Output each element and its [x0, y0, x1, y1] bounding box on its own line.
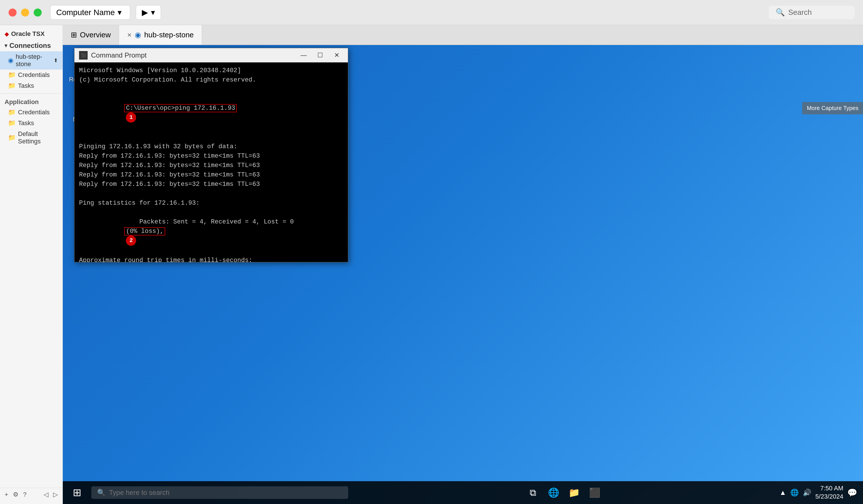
file-explorer-icon: 📁 — [568, 487, 580, 498]
content-area: ⊞ Overview ✕ ◉ hub-step-stone 🗑️ Recycle… — [63, 25, 863, 504]
taskbar-icon-edge[interactable]: 🌐 — [546, 484, 562, 501]
taskbar-date: 5/23/2024 — [815, 493, 843, 501]
ping1-reply2: Reply from 172.16.1.93: bytes=32 time<1m… — [79, 161, 343, 170]
badge-1: 1 — [126, 112, 136, 122]
main-area: ◆ Oracle TSX ▾ Connections ◉ hub-step-st… — [0, 25, 863, 504]
cmd-content[interactable]: Microsoft Windows [Version 10.0.20348.24… — [75, 62, 348, 262]
sidebar-connections-header[interactable]: ▾ Connections — [0, 40, 62, 51]
ping1-reply1: Reply from 172.16.1.93: bytes=32 time<1m… — [79, 151, 343, 161]
sidebar-divider — [0, 93, 62, 94]
more-capture-types-button[interactable]: More Capture Types — [802, 102, 863, 114]
taskbar-search-icon: 🔍 — [97, 489, 105, 496]
windows-taskbar: ⊞ 🔍 ⧉ 🌐 📁 ⬛ — [63, 481, 863, 504]
cmd-taskbar-icon: ⬛ — [589, 487, 600, 498]
tab-hub-step-stone[interactable]: ✕ ◉ hub-step-stone — [119, 25, 202, 45]
cmd-titlebar-title: Command Prompt — [91, 51, 294, 59]
close-button[interactable] — [9, 9, 16, 16]
ping1-reply4: Reply from 172.16.1.93: bytes=32 time<1m… — [79, 180, 343, 189]
hub-tab-icon: ◉ — [135, 30, 141, 39]
oracle-icon: ◆ — [4, 30, 9, 37]
application-section-label: Application — [0, 96, 62, 107]
play-button[interactable]: ▶ ▾ — [136, 5, 161, 20]
taskbar-icon-explorer[interactable]: 📁 — [566, 484, 582, 501]
grid-icon: ⊞ — [71, 30, 77, 39]
minimize-button[interactable] — [21, 9, 29, 16]
computer-name-dropdown[interactable]: Computer Name ▾ — [50, 5, 130, 20]
maximize-button[interactable] — [34, 9, 42, 16]
tasks-folder-icon: 📁 — [8, 82, 16, 90]
mac-title-bar: Computer Name ▾ ▶ ▾ 🔍 Search — [0, 0, 863, 25]
connections-label: Connections — [10, 42, 51, 50]
sidebar-item-app-credentials[interactable]: 📁 Credentials — [0, 107, 62, 118]
windows-logo-icon: ⊞ — [73, 487, 82, 499]
taskbar-tray: ▲ 🌐 🔊 7:50 AM 5/23/2024 💬 — [779, 484, 857, 501]
cmd-copyright-line: (c) Microsoft Corporation. All rights re… — [79, 75, 343, 85]
oracle-header: ◆ Oracle TSX — [0, 28, 62, 40]
cmd-highlight-1: C:\Users\opc>ping 172.16.1.93 — [124, 104, 237, 112]
default-settings-folder-icon: 📁 — [8, 134, 16, 141]
taskbar-search[interactable]: 🔍 — [91, 486, 348, 499]
taskbar-icon-cmd[interactable]: ⬛ — [587, 484, 603, 501]
sidebar-item-tasks[interactable]: 📁 Tasks — [0, 80, 62, 91]
help-icon[interactable]: ? — [23, 491, 27, 498]
tab-overview[interactable]: ⊞ Overview — [63, 25, 119, 45]
oracle-label: Oracle TSX — [11, 30, 45, 38]
play-icon: ▶ — [142, 8, 148, 17]
cmd-window: ⬛ Command Prompt — ☐ ✕ Microsoft Windows… — [74, 48, 348, 262]
settings-icon[interactable]: ⚙ — [13, 491, 18, 498]
cmd-minimize-button[interactable]: — — [297, 50, 310, 61]
windows-desktop: 🗑️ Recycle Bin 🌐 Microsoft Edge ⬛ Comman… — [63, 45, 863, 504]
search-icon: 🔍 — [776, 8, 785, 17]
tab-close-icon[interactable]: ✕ — [127, 31, 132, 38]
taskbar-icon-task-view[interactable]: ⧉ — [525, 484, 541, 501]
ping1-packets: Packets: Sent = 4, Received = 4, Lost = … — [79, 208, 343, 256]
taskbar-clock[interactable]: 7:50 AM 5/23/2024 — [815, 484, 843, 501]
sidebar: ◆ Oracle TSX ▾ Connections ◉ hub-step-st… — [0, 25, 63, 504]
tray-expand-icon[interactable]: ▲ — [779, 489, 786, 496]
volume-icon[interactable]: 🔊 — [803, 489, 811, 496]
start-button[interactable]: ⊞ — [68, 484, 86, 501]
hub-step-stone-icon: ◉ — [8, 57, 13, 64]
cmd-icon: ⬛ — [81, 53, 86, 57]
cmd-line-1: C:\Users\opc>ping 172.16.1.93 1 — [79, 94, 343, 132]
edge-taskbar-icon: 🌐 — [548, 487, 559, 498]
computer-name-label: Computer Name — [56, 8, 115, 17]
taskbar-time: 7:50 AM — [820, 484, 843, 493]
forward-icon[interactable]: ▷ — [53, 491, 58, 498]
app-tasks-label: Tasks — [18, 119, 34, 127]
ping1-loss: (0% loss), — [124, 227, 165, 235]
network-icon[interactable]: 🌐 — [790, 489, 799, 496]
traffic-lights — [9, 9, 42, 16]
cmd-titlebar-icon: ⬛ — [79, 51, 88, 60]
hub-step-stone-label: hub-step-stone — [16, 53, 51, 68]
app-credentials-folder-icon: 📁 — [8, 108, 16, 116]
overview-tab-label: Overview — [80, 30, 111, 39]
search-bar[interactable]: 🔍 Search — [769, 6, 854, 19]
notification-icon[interactable]: 💬 — [847, 488, 857, 497]
taskbar-icons: ⧉ 🌐 📁 ⬛ — [525, 484, 603, 501]
tabs-bar: ⊞ Overview ✕ ◉ hub-step-stone — [63, 25, 863, 45]
sidebar-item-default-settings[interactable]: 📁 Default Settings — [0, 129, 62, 147]
sidebar-item-credentials[interactable]: 📁 Credentials — [0, 69, 62, 80]
chevron-down-icon: ▾ — [117, 8, 122, 17]
sidebar-item-app-tasks[interactable]: 📁 Tasks — [0, 118, 62, 129]
add-button[interactable]: + — [4, 491, 8, 498]
cmd-close-button[interactable]: ✕ — [330, 50, 343, 61]
app-tasks-folder-icon: 📁 — [8, 119, 16, 127]
tasks-label: Tasks — [18, 82, 34, 90]
title-bar-center: Computer Name ▾ ▶ ▾ 🔍 Search — [50, 5, 854, 20]
ping1-stats: Ping statistics for 172.16.1.93: — [79, 198, 343, 208]
cmd-titlebar: ⬛ Command Prompt — ☐ ✕ — [75, 48, 348, 62]
cmd-version-line: Microsoft Windows [Version 10.0.20348.24… — [79, 66, 343, 75]
hub-tab-label: hub-step-stone — [144, 30, 193, 39]
badge-2: 2 — [126, 235, 136, 246]
ping1-reply3: Reply from 172.16.1.93: bytes=32 time<1m… — [79, 170, 343, 180]
ping1-header: Pinging 172.16.1.93 with 32 bytes of dat… — [79, 142, 343, 151]
task-view-icon: ⧉ — [530, 488, 536, 498]
taskbar-search-input[interactable] — [109, 489, 342, 496]
sidebar-bottom: + ⚙ ? ◁ ▷ — [0, 488, 62, 501]
back-icon[interactable]: ◁ — [44, 491, 49, 498]
sidebar-item-hub-step-stone[interactable]: ◉ hub-step-stone ⬆ — [0, 51, 62, 69]
cmd-maximize-button[interactable]: ☐ — [314, 50, 327, 61]
ping1-rtt: Approximate round trip times in milli-se… — [79, 256, 343, 262]
